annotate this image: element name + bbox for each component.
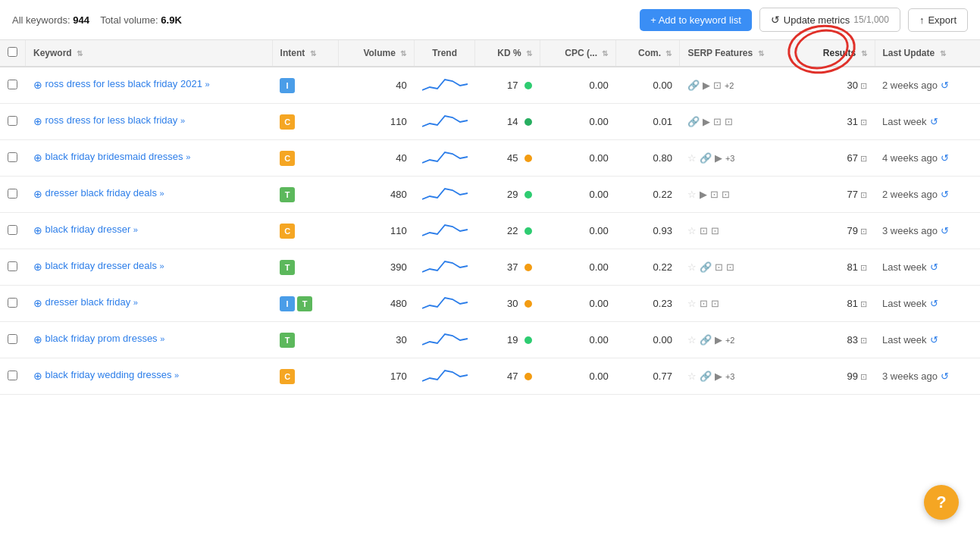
col-last-update: Last Update ⇅ (875, 40, 980, 67)
keyword-link[interactable]: ⊕ black friday wedding dresses » (33, 368, 265, 384)
serp-sort-icon[interactable]: ⇅ (758, 49, 764, 58)
update-metrics-button[interactable]: ↺ Update metrics 15/1,000 (759, 8, 900, 32)
intent-badge: I (280, 296, 295, 311)
row-checkbox[interactable] (8, 225, 17, 235)
com-sort-icon[interactable]: ⇅ (665, 49, 672, 58)
serp-play-icon: ▶ (715, 152, 722, 164)
row-checkbox[interactable] (8, 334, 17, 344)
row-checkbox-cell[interactable] (0, 322, 26, 358)
keyword-text: black friday prom dresses » (45, 332, 165, 346)
trend-cell (415, 140, 475, 177)
results-link-icon: ⊡ (860, 299, 867, 308)
keyword-plus-icon: ⊕ (33, 369, 42, 384)
row-checkbox-cell[interactable] (0, 67, 26, 104)
keyword-link[interactable]: ⊕ ross dress for less black friday 2021 … (33, 77, 265, 93)
table-row: ⊕ black friday wedding dresses » C 170 4… (0, 358, 980, 395)
results-cell: 81⊡ (798, 286, 875, 322)
serp-star-icon: ☆ (687, 225, 697, 236)
refresh-icon[interactable]: ↺ (930, 298, 938, 309)
row-checkbox-cell[interactable] (0, 213, 26, 249)
refresh-icon[interactable]: ↺ (941, 225, 949, 236)
keyword-link[interactable]: ⊕ dresser black friday » (33, 296, 265, 311)
row-checkbox-cell[interactable] (0, 177, 26, 213)
results-sort-icon[interactable]: ⇅ (861, 49, 867, 58)
results-cell: 99⊡ (798, 358, 875, 395)
refresh-icon[interactable]: ↺ (941, 189, 949, 200)
intent-cell: C (272, 104, 339, 140)
keyword-plus-icon: ⊕ (33, 260, 42, 275)
kd-value: 47 (507, 371, 518, 382)
last-update-cell: Last week↺ (875, 104, 980, 140)
row-checkbox-cell[interactable] (0, 286, 26, 322)
trend-chart (422, 255, 468, 277)
keyword-sort-icon[interactable]: ⇅ (77, 49, 83, 58)
kd-dot (524, 155, 532, 162)
keyword-text: black friday dresser » (45, 223, 138, 236)
intent-badge: C (280, 224, 295, 239)
serp-cell: ☆🔗▶+3 (680, 358, 798, 395)
row-checkbox[interactable] (8, 116, 17, 126)
select-all-checkbox[interactable] (0, 40, 26, 67)
serp-star-icon: ☆ (687, 189, 697, 200)
intent-badge: T (280, 187, 295, 202)
serp-play-icon: ▶ (703, 116, 710, 127)
row-checkbox[interactable] (8, 298, 17, 308)
trend-chart (422, 292, 468, 313)
last-update-cell: 3 weeks ago↺ (875, 213, 980, 249)
keyword-link[interactable]: ⊕ black friday prom dresses » (33, 332, 265, 348)
table-row: ⊕ dresser black friday deals » T 480 29 … (0, 177, 980, 213)
serp-star-icon: ☆ (687, 152, 697, 164)
serp-cell: ☆▶⊡⊡ (680, 177, 798, 213)
row-checkbox-cell[interactable] (0, 358, 26, 395)
serp-plus-icon: +2 (725, 336, 735, 345)
volume-sort-icon[interactable]: ⇅ (400, 49, 406, 58)
serp-image-icon: ⊡ (700, 225, 708, 236)
row-checkbox[interactable] (8, 152, 17, 162)
row-checkbox-cell[interactable] (0, 140, 26, 177)
kd-wrapper: 22 (483, 225, 533, 236)
kd-cell: 17 (475, 67, 540, 104)
col-results: Results ⇅ (798, 40, 875, 67)
keyword-link[interactable]: ⊕ ross dress for less black friday » (33, 114, 265, 130)
intent-cell: C (272, 140, 339, 177)
row-checkbox[interactable] (8, 189, 17, 199)
refresh-icon[interactable]: ↺ (941, 80, 949, 91)
serp-icons-group: ☆🔗▶+3 (687, 152, 791, 164)
cpc-cell: 0.00 (540, 177, 615, 213)
serp-link-icon: 🔗 (687, 80, 700, 91)
refresh-icon[interactable]: ↺ (930, 116, 938, 127)
intent-cell: I (272, 67, 339, 104)
cpc-sort-icon[interactable]: ⇅ (602, 49, 608, 58)
intent-badge: C (280, 114, 295, 130)
row-checkbox-cell[interactable] (0, 104, 26, 140)
keyword-arrows: » (160, 334, 164, 343)
last-update-cell: Last week↺ (875, 322, 980, 358)
serp-image-icon: ⊡ (715, 261, 723, 273)
keyword-link[interactable]: ⊕ black friday dresser » (33, 223, 265, 239)
keywords-stats: All keywords: 944 Total volume: 6.9K (12, 14, 182, 26)
serp-star-icon: ☆ (687, 334, 697, 346)
row-checkbox[interactable] (8, 261, 17, 271)
table-header-row: Keyword ⇅ Intent ⇅ Volume ⇅ Trend KD % ⇅… (0, 40, 980, 67)
results-link-icon: ⊡ (860, 263, 867, 272)
kd-value: 14 (507, 116, 518, 127)
add-to-keyword-list-button[interactable]: + Add to keyword list (640, 9, 752, 31)
keyword-link[interactable]: ⊕ black friday bridesmaid dresses » (33, 150, 265, 166)
refresh-icon[interactable]: ↺ (941, 152, 949, 164)
refresh-icon[interactable]: ↺ (930, 261, 938, 273)
row-checkbox[interactable] (8, 371, 17, 380)
refresh-icon[interactable]: ↺ (941, 371, 949, 382)
refresh-icon[interactable]: ↺ (930, 334, 938, 346)
intent-cell: C (272, 213, 339, 249)
last-update-sort-icon[interactable]: ⇅ (940, 49, 946, 58)
keyword-link[interactable]: ⊕ dresser black friday deals » (33, 186, 265, 202)
results-cell: 77⊡ (798, 177, 875, 213)
keyword-link[interactable]: ⊕ black friday dresser deals » (33, 259, 265, 275)
row-checkbox[interactable] (8, 80, 17, 89)
intent-sort-icon[interactable]: ⇅ (310, 49, 316, 58)
export-button[interactable]: ↑ Export (908, 8, 968, 32)
keyword-text: dresser black friday » (45, 296, 138, 309)
kd-sort-icon[interactable]: ⇅ (526, 49, 532, 58)
row-checkbox-cell[interactable] (0, 249, 26, 286)
intent-cell: IT (272, 286, 339, 322)
